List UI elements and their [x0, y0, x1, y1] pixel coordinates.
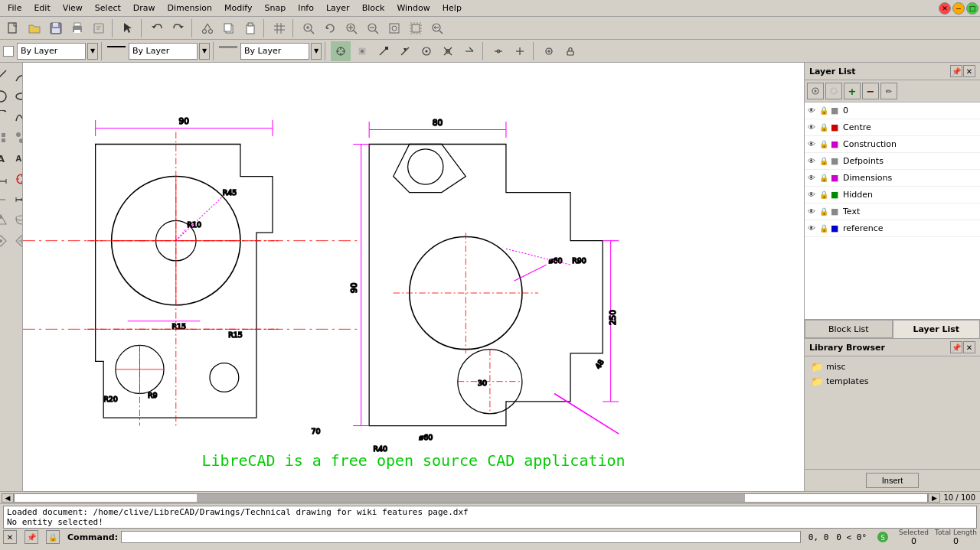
arc-tool[interactable]: [0, 107, 11, 127]
library-close[interactable]: ✕: [963, 341, 975, 353]
command-input[interactable]: [121, 531, 801, 543]
layer-visible-construction[interactable]: 👁: [806, 140, 817, 148]
insert-block2-tool[interactable]: [11, 128, 23, 148]
restrict-ortho-button[interactable]: [510, 41, 530, 61]
menu-draw[interactable]: Draw: [127, 2, 162, 15]
layer-lock-hidden[interactable]: 🔒: [818, 190, 829, 199]
modify-tool[interactable]: [0, 190, 11, 210]
linestyle-dropdown[interactable]: ▼: [199, 43, 210, 60]
entity-tool[interactable]: [0, 210, 11, 230]
menu-view[interactable]: View: [57, 2, 89, 15]
insert-block-tool[interactable]: [0, 128, 11, 148]
menu-window[interactable]: Window: [390, 2, 436, 15]
hscroll-thumb[interactable]: [197, 494, 744, 502]
layer-lock-text[interactable]: 🔒: [818, 207, 829, 216]
layer-visible-hidden[interactable]: 👁: [806, 190, 817, 199]
layer-row-construction[interactable]: 👁 🔒 ■ Construction: [805, 136, 980, 153]
scroll-left-button[interactable]: ◀: [2, 493, 14, 503]
menu-info[interactable]: Info: [292, 2, 320, 15]
color-select[interactable]: By Layer: [17, 43, 86, 60]
copy-button[interactable]: [219, 18, 239, 38]
paste-button[interactable]: [240, 18, 260, 38]
layer-lock-reference[interactable]: 🔒: [818, 224, 829, 233]
layer-row-centre[interactable]: 👁 🔒 ■ Centre: [805, 119, 980, 136]
close-button[interactable]: ✕: [939, 2, 951, 15]
library-dir-templates[interactable]: 📁 templates: [808, 374, 977, 389]
layer-visible-defpoints[interactable]: 👁: [806, 157, 817, 165]
layer-lock-dimensions[interactable]: 🔒: [818, 174, 829, 182]
color-swatch[interactable]: [3, 46, 14, 57]
layer-row-0[interactable]: 👁 🔒 ■ 0: [805, 103, 980, 119]
zoom-all-button[interactable]: [384, 18, 404, 38]
layer-visible-0[interactable]: 👁: [806, 106, 817, 115]
log-pin-button[interactable]: 📌: [24, 530, 38, 544]
layer-visible-centre[interactable]: 👁: [806, 123, 817, 132]
linewidth-select[interactable]: By Layer: [240, 43, 309, 60]
print-button[interactable]: [67, 18, 87, 38]
snap-free-button[interactable]: [331, 41, 351, 61]
layer-row-text[interactable]: 👁 🔒 ■ Text: [805, 203, 980, 220]
layer-row-dimensions[interactable]: 👁 🔒 ■ Dimensions: [805, 170, 980, 187]
tab-layer-list[interactable]: Layer List: [893, 320, 981, 338]
layer-panel-close[interactable]: ✕: [963, 65, 975, 77]
menu-edit[interactable]: Edit: [28, 2, 56, 15]
new-button[interactable]: [3, 18, 23, 38]
layer-row-hidden[interactable]: 👁 🔒 ■ Hidden: [805, 187, 980, 203]
library-pin[interactable]: 📌: [950, 341, 962, 353]
menu-layer[interactable]: Layer: [320, 2, 356, 15]
snap-indicator[interactable]: S: [874, 530, 891, 544]
lock-relative-zero-button[interactable]: [539, 41, 559, 61]
menu-select[interactable]: Select: [89, 2, 127, 15]
menu-block[interactable]: Block: [356, 2, 391, 15]
layer-row-reference[interactable]: 👁 🔒 ■ reference: [805, 220, 980, 237]
restrict-none-button[interactable]: [488, 41, 508, 61]
pointer-button[interactable]: [118, 18, 138, 38]
layer-tool[interactable]: [11, 210, 23, 230]
print-preview-button[interactable]: [89, 18, 109, 38]
layer-row-defpoints[interactable]: 👁 🔒 ■ Defpoints: [805, 153, 980, 170]
zoom-prev-button[interactable]: [427, 18, 447, 38]
undo-button[interactable]: [147, 18, 167, 38]
menu-help[interactable]: Help: [436, 2, 468, 15]
open-button[interactable]: [24, 18, 44, 38]
zoom-fit-button[interactable]: [406, 18, 426, 38]
pen-tool[interactable]: [0, 231, 11, 251]
menu-modify[interactable]: Modify: [218, 2, 258, 15]
menu-dimension[interactable]: Dimension: [162, 2, 218, 15]
layer-visible-reference[interactable]: 👁: [806, 224, 817, 233]
layer-lock-defpoints[interactable]: 🔒: [818, 157, 829, 165]
hscroll-bar[interactable]: ◀ ▶ 10 / 100: [0, 491, 980, 503]
text2-tool[interactable]: Ab: [11, 148, 23, 168]
hscroll-track[interactable]: [14, 493, 928, 503]
layer-panel-pin[interactable]: 📌: [950, 65, 962, 77]
log-clear-button[interactable]: ✕: [3, 530, 17, 544]
block-tool[interactable]: [11, 231, 23, 251]
color-dropdown[interactable]: ▼: [87, 43, 98, 60]
minimize-button[interactable]: −: [952, 2, 965, 15]
drawing-canvas[interactable]: 90 R45 R10 R20: [23, 63, 804, 491]
add-layer-button[interactable]: +: [844, 83, 861, 99]
maximize-button[interactable]: □: [966, 2, 978, 15]
ellipse-tool[interactable]: [11, 86, 23, 106]
snap-endpoint-button[interactable]: [374, 41, 394, 61]
redo-button[interactable]: [168, 18, 188, 38]
snap-grid-button[interactable]: [352, 41, 372, 61]
scroll-right-button[interactable]: ▶: [928, 493, 940, 503]
dimensions-tool[interactable]: [0, 169, 11, 189]
zoom-out-button[interactable]: [363, 18, 383, 38]
layer-visible-text[interactable]: 👁: [806, 207, 817, 216]
layer-lock-construction[interactable]: 🔒: [818, 140, 829, 148]
linewidth-dropdown[interactable]: ▼: [311, 43, 322, 60]
snap-intersect-button[interactable]: [438, 41, 458, 61]
line-tool[interactable]: [0, 66, 11, 86]
tab-block-list[interactable]: Block List: [805, 320, 893, 338]
line-arc-tool[interactable]: [11, 66, 23, 86]
layer-lock-centre[interactable]: 🔒: [818, 123, 829, 132]
save-button[interactable]: [46, 18, 66, 38]
show-all-layers-button[interactable]: [807, 83, 824, 99]
snap-midpoint-button[interactable]: [395, 41, 415, 61]
grid-button[interactable]: [270, 18, 289, 38]
zoom-in-button[interactable]: [341, 18, 361, 38]
measure-tool[interactable]: [11, 190, 23, 210]
snap-tool[interactable]: [11, 169, 23, 189]
